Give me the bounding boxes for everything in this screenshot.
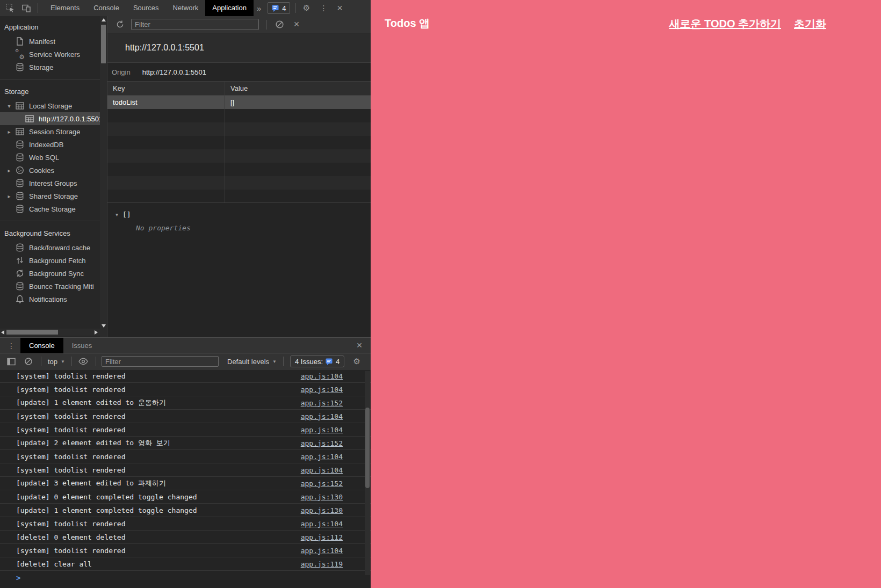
sidebar-item-service-workers[interactable]: ⚙⚙ Service Workers	[0, 48, 100, 61]
close-icon[interactable]: ×	[291, 19, 302, 31]
preview-root-value[interactable]: []	[122, 210, 131, 219]
log-entry[interactable]: [system] todolist renderedapp.js:104	[0, 369, 371, 383]
table-row[interactable]	[107, 136, 371, 149]
sidebar-item-local-storage-origin[interactable]: http://127.0.0.1:5501	[0, 112, 100, 125]
log-entry[interactable]: [update] 1 element edited to 운동하기app.js:…	[0, 396, 371, 410]
storage-filter-input[interactable]	[131, 19, 259, 30]
source-link[interactable]: app.js:119	[301, 560, 343, 568]
console-filter-input[interactable]	[102, 356, 219, 367]
log-entry[interactable]: [system] todolist renderedapp.js:104	[0, 517, 371, 531]
source-link[interactable]: app.js:104	[301, 372, 343, 380]
chevron-down-icon[interactable]: ▾	[115, 212, 118, 217]
log-entry[interactable]: [update] 0 element completed toggle chan…	[0, 490, 371, 504]
column-header-value[interactable]: Value	[225, 82, 371, 95]
tab-elements[interactable]: Elements	[44, 0, 86, 16]
sidebar-item-session-storage[interactable]: ▸ Session Storage	[0, 125, 100, 138]
scrollbar-thumb[interactable]	[101, 25, 106, 63]
chevron-down-icon[interactable]: ▾	[5, 103, 13, 109]
sidebar-item-interest-groups[interactable]: Interest Groups	[0, 177, 100, 190]
tab-sources[interactable]: Sources	[126, 0, 166, 16]
sidebar-item-cookies[interactable]: ▸ Cookies	[0, 164, 100, 177]
source-link[interactable]: app.js:104	[301, 547, 343, 555]
sidebar-item-storage[interactable]: Storage	[0, 61, 100, 74]
sidebar-item-background-sync[interactable]: Background Sync	[0, 267, 100, 280]
table-row[interactable]	[107, 176, 371, 190]
sidebar-item-manifest[interactable]: Manifest	[0, 35, 100, 48]
device-toolbar-icon[interactable]	[20, 2, 32, 14]
close-drawer-icon[interactable]: ×	[353, 340, 365, 352]
sidebar-item-notifications[interactable]: Notifications	[0, 293, 100, 306]
sidebar-horizontal-scrollbar[interactable]	[0, 329, 100, 336]
source-link[interactable]: app.js:104	[301, 386, 343, 394]
log-entry[interactable]: [system] todolist renderedapp.js:104	[0, 383, 371, 396]
cell-value[interactable]: []	[225, 96, 371, 109]
kebab-menu-icon[interactable]: ⋮	[317, 2, 329, 14]
refresh-icon[interactable]	[114, 19, 126, 31]
reset-link[interactable]: 초기화	[794, 17, 826, 31]
add-todo-link[interactable]: 새로운 TODO 추가하기	[669, 17, 781, 31]
issues-badge[interactable]: 4	[268, 2, 290, 14]
log-entry[interactable]: [system] todolist renderedapp.js:104	[0, 463, 371, 477]
inspect-element-icon[interactable]	[4, 2, 16, 14]
log-entry[interactable]: [system] todolist renderedapp.js:104	[0, 544, 371, 557]
origin-row[interactable]: Origin http://127.0.0.1:5501	[107, 63, 371, 82]
table-row[interactable]	[107, 109, 371, 122]
source-link[interactable]: app.js:104	[301, 466, 343, 474]
log-entry[interactable]: [delete] clear allapp.js:119	[0, 557, 371, 571]
log-entry[interactable]: [update] 3 element edited to 과제하기app.js:…	[0, 477, 371, 490]
source-link[interactable]: app.js:130	[301, 506, 343, 514]
chevron-right-icon[interactable]: ▸	[5, 168, 13, 173]
source-link[interactable]: app.js:130	[301, 493, 343, 501]
table-row[interactable]	[107, 122, 371, 136]
clear-storage-icon[interactable]	[273, 19, 285, 31]
gear-icon[interactable]: ⚙	[300, 2, 312, 14]
chevron-right-icon[interactable]: ▸	[5, 129, 13, 135]
sidebar-item-back-forward-cache[interactable]: Back/forward cache	[0, 241, 100, 254]
drawer-tab-console[interactable]: Console	[20, 338, 63, 353]
table-row[interactable]	[107, 190, 371, 203]
source-link[interactable]: app.js:152	[301, 399, 343, 407]
kebab-menu-icon[interactable]: ⋮	[5, 340, 17, 352]
sidebar-item-local-storage[interactable]: ▾ Local Storage	[0, 99, 100, 112]
issues-counter[interactable]: 4 Issues: 4	[290, 355, 344, 367]
table-row[interactable]	[107, 149, 371, 163]
console-scrollbar[interactable]	[365, 371, 370, 575]
sidebar-item-shared-storage[interactable]: ▸ Shared Storage	[0, 190, 100, 202]
log-entry[interactable]: [system] todolist renderedapp.js:104	[0, 423, 371, 437]
log-entry[interactable]: [system] todolist renderedapp.js:104	[0, 410, 371, 423]
table-row[interactable]	[107, 163, 371, 176]
source-link[interactable]: app.js:104	[301, 412, 343, 420]
source-link[interactable]: app.js:152	[301, 480, 343, 488]
sidebar-vertical-scrollbar[interactable]	[100, 16, 107, 337]
context-selector[interactable]: top ▼	[48, 358, 65, 366]
console-prompt[interactable]: >	[0, 571, 371, 584]
scroll-right-arrow[interactable]	[95, 330, 98, 335]
close-devtools-icon[interactable]: ×	[334, 2, 345, 14]
scrollbar-thumb[interactable]	[365, 408, 370, 488]
log-levels-selector[interactable]: Default levels ▼	[227, 358, 277, 366]
log-entry[interactable]: [system] todolist renderedapp.js:104	[0, 450, 371, 463]
clear-console-icon[interactable]	[23, 355, 34, 367]
console-settings-gear-icon[interactable]: ⚙	[351, 355, 363, 367]
tab-application[interactable]: Application	[205, 0, 254, 16]
source-link[interactable]: app.js:112	[301, 533, 343, 541]
tab-network[interactable]: Network	[166, 0, 206, 16]
table-row[interactable]: todoList []	[107, 96, 371, 109]
sidebar-item-web-sql[interactable]: Web SQL	[0, 151, 100, 164]
sidebar-item-background-fetch[interactable]: Background Fetch	[0, 254, 100, 267]
cell-key[interactable]: todoList	[107, 96, 225, 109]
sidebar-item-bounce-tracking[interactable]: Bounce Tracking Miti	[0, 280, 100, 293]
scrollbar-thumb[interactable]	[6, 330, 58, 335]
log-entry[interactable]: [update] 2 element edited to 영화 보기app.js…	[0, 437, 371, 450]
scroll-down-arrow[interactable]	[102, 324, 106, 328]
console-sidebar-toggle-icon[interactable]	[5, 355, 17, 367]
tab-console[interactable]: Console	[86, 0, 126, 16]
log-entry[interactable]: [delete] 0 element deletedapp.js:112	[0, 531, 371, 544]
storage-key-header[interactable]: http://127.0.0.1:5501	[107, 33, 371, 63]
drawer-tab-issues[interactable]: Issues	[63, 338, 101, 353]
source-link[interactable]: app.js:104	[301, 520, 343, 528]
column-header-key[interactable]: Key	[107, 82, 225, 95]
source-link[interactable]: app.js:152	[301, 439, 343, 447]
eye-icon[interactable]	[77, 355, 89, 367]
scroll-up-arrow[interactable]	[102, 18, 106, 21]
